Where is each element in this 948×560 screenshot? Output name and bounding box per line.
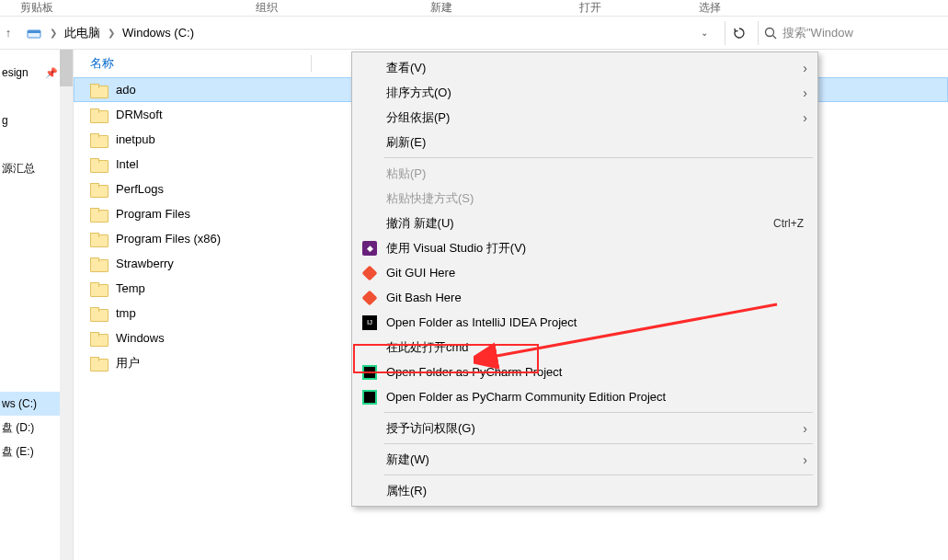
svg-rect-9 (364, 392, 375, 403)
ctx-open-visual-studio[interactable]: ◆ 使用 Visual Studio 打开(V) (355, 235, 815, 260)
file-name: tmp (116, 306, 136, 320)
file-name: PerfLogs (116, 182, 164, 196)
pin-icon: 📌 (45, 67, 58, 79)
sidebar-item-label: g (2, 114, 8, 127)
ribbon-group-labels: 剪贴板 组织 新建 打开 选择 (0, 0, 948, 17)
svg-rect-1 (28, 30, 40, 33)
refresh-button[interactable] (725, 21, 752, 45)
ribbon-label-select: 选择 (699, 0, 721, 16)
ctx-group[interactable]: 分组依据(P)› (355, 105, 815, 130)
sidebar-item-label: 盘 (D:) (2, 420, 34, 436)
folder-icon (90, 109, 107, 121)
ribbon-label-clipboard: 剪贴板 (20, 0, 53, 16)
chevron-right-icon: › (803, 452, 807, 467)
refresh-icon (732, 26, 747, 40)
file-name: Intel (116, 157, 139, 171)
svg-point-2 (766, 28, 774, 36)
ctx-new[interactable]: 新建(W)› (355, 447, 815, 472)
ctx-view[interactable]: 查看(V)› (355, 55, 815, 80)
file-name: ado (116, 83, 136, 97)
pycharm-icon (361, 389, 378, 406)
folder-icon (90, 332, 107, 345)
chevron-right-icon: › (803, 421, 807, 436)
pycharm-icon (361, 364, 378, 381)
breadcrumb-root[interactable]: 此电脑 (61, 21, 104, 45)
svg-line-3 (773, 35, 777, 39)
chevron-right-icon: › (803, 110, 807, 125)
ctx-grant-access[interactable]: 授予访问权限(G)› (355, 416, 815, 440)
folder-icon (90, 233, 107, 246)
address-dropdown[interactable]: ⌄ (695, 28, 714, 38)
ctx-open-pycharm-community[interactable]: Open Folder as PyCharm Community Edition… (355, 384, 815, 409)
ctx-open-intellij[interactable]: IJ Open Folder as IntelliJ IDEA Project (355, 310, 815, 335)
file-name: Temp (116, 281, 145, 295)
sidebar-item-label: ws (C:) (2, 397, 37, 410)
visual-studio-icon: ◆ (361, 240, 378, 257)
breadcrumb-location[interactable]: Windows (C:) (119, 21, 198, 45)
drive-icon (26, 25, 42, 41)
ribbon-label-organize: 组织 (256, 0, 278, 16)
folder-icon (90, 307, 107, 320)
ctx-separator (384, 474, 813, 475)
ctx-sort[interactable]: 排序方式(O)› (355, 80, 815, 105)
svg-rect-7 (364, 367, 375, 378)
ctx-separator (384, 443, 813, 444)
file-name: Program Files (116, 207, 190, 221)
git-icon (361, 265, 378, 281)
file-name: 用户 (116, 355, 140, 371)
sidebar-item-label: 源汇总 (2, 161, 35, 177)
chevron-right-icon: › (803, 86, 807, 100)
ctx-separator (384, 157, 813, 158)
ctx-refresh[interactable]: 刷新(E) (355, 130, 815, 154)
search-box[interactable]: 搜索"Window (758, 21, 948, 45)
ctx-paste: 粘贴(P) (355, 161, 815, 186)
ctx-git-gui[interactable]: Git GUI Here (355, 260, 815, 285)
folder-icon (90, 183, 107, 196)
sidebar-item-label: esign (2, 66, 29, 79)
chevron-right-icon: ❯ (104, 28, 119, 38)
file-name: Program Files (x86) (116, 232, 221, 246)
sidebar-scrollbar[interactable] (60, 50, 73, 560)
intellij-icon: IJ (361, 314, 378, 331)
folder-icon (90, 84, 107, 97)
context-menu: 查看(V)› 排序方式(O)› 分组依据(P)› 刷新(E) 粘贴(P) 粘贴快… (351, 51, 818, 507)
search-placeholder: 搜索"Window (782, 25, 853, 41)
address-bar-row: ↑ ❯ 此电脑 ❯ Windows (C:) ⌄ 搜索"Window (0, 17, 948, 50)
folder-icon (90, 158, 107, 171)
chevron-right-icon: › (803, 61, 807, 75)
folder-icon (90, 357, 107, 370)
column-separator[interactable] (311, 55, 312, 72)
nav-up-button[interactable]: ↑ (0, 17, 17, 50)
ctx-properties[interactable]: 属性(R) (355, 478, 815, 503)
file-name: inetpub (116, 132, 155, 146)
file-name: Windows (116, 331, 165, 345)
folder-icon (90, 133, 107, 146)
search-icon (764, 27, 777, 40)
scrollbar-thumb[interactable] (60, 50, 73, 86)
git-icon (361, 290, 378, 306)
ctx-open-cmd[interactable]: 在此处打开cmd (355, 335, 815, 360)
ribbon-label-new: 新建 (430, 0, 452, 16)
svg-rect-4 (362, 266, 377, 280)
sidebar-item-label: 盘 (E:) (2, 444, 34, 460)
address-bar[interactable]: ❯ 此电脑 ❯ Windows (C:) ⌄ (20, 21, 719, 45)
folder-icon (90, 282, 107, 295)
file-name: Strawberry (116, 257, 174, 270)
ctx-separator (384, 412, 813, 413)
ribbon-label-open: 打开 (579, 0, 601, 16)
ctx-git-bash[interactable]: Git Bash Here (355, 285, 815, 310)
ctx-undo-new[interactable]: 撤消 新建(U)Ctrl+Z (355, 211, 815, 235)
folder-icon (90, 208, 107, 221)
chevron-right-icon: ❯ (46, 28, 61, 38)
ctx-paste-shortcut: 粘贴快捷方式(S) (355, 186, 815, 211)
svg-rect-5 (362, 291, 377, 305)
ctx-shortcut: Ctrl+Z (773, 217, 804, 230)
up-arrow-icon: ↑ (6, 26, 12, 40)
folder-icon (90, 257, 107, 270)
ctx-open-pycharm[interactable]: Open Folder as PyCharm Project (355, 360, 815, 384)
navigation-sidebar: esign 📌 g 源汇总 ws (C:) 盘 (D:) 盘 (E:) (0, 50, 74, 560)
file-name: DRMsoft (116, 108, 163, 121)
